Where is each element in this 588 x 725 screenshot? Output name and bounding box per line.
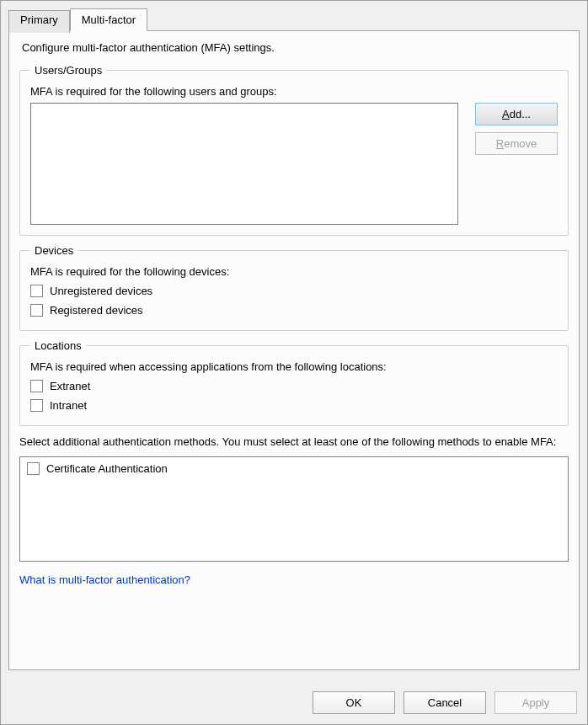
label-registered-devices[interactable]: Registered devices (50, 304, 143, 317)
label-unregistered-devices[interactable]: Unregistered devices (50, 285, 152, 297)
tab-primary[interactable]: Primary (8, 10, 70, 33)
checkbox-extranet[interactable] (30, 380, 43, 392)
fieldset-locations: Locations MFA is required when accessing… (19, 339, 569, 426)
row-unregistered-devices: Unregistered devices (30, 285, 558, 297)
dialog-content: Primary Multi-factor Configure multi-fac… (1, 1, 587, 680)
users-groups-buttons: Add... Remove (475, 103, 558, 155)
legend-locations: Locations (30, 339, 86, 352)
label-intranet[interactable]: Intranet (50, 399, 87, 412)
legend-devices: Devices (30, 244, 78, 257)
what-is-mfa-link[interactable]: What is multi-factor authentication? (19, 573, 190, 586)
label-methods: Select additional authentication methods… (19, 434, 569, 450)
row-certificate-auth: Certificate Authentication (27, 462, 561, 475)
checkbox-registered-devices[interactable] (30, 304, 43, 317)
methods-listbox[interactable]: Certificate Authentication (19, 456, 569, 562)
users-groups-listbox[interactable] (30, 103, 458, 225)
tab-panel-multifactor: Configure multi-factor authentication (M… (8, 30, 580, 670)
fieldset-devices: Devices MFA is required for the followin… (19, 244, 569, 331)
remove-button[interactable]: Remove (475, 132, 558, 155)
row-registered-devices: Registered devices (30, 304, 558, 317)
mfa-description: Configure multi-factor authentication (M… (22, 41, 569, 54)
label-certificate-auth[interactable]: Certificate Authentication (46, 462, 168, 475)
cancel-button[interactable]: Cancel (404, 691, 486, 714)
checkbox-unregistered-devices[interactable] (30, 285, 43, 297)
row-intranet: Intranet (30, 399, 558, 412)
label-extranet[interactable]: Extranet (50, 380, 90, 392)
ok-button[interactable]: OK (313, 691, 395, 714)
apply-button[interactable]: Apply (494, 691, 577, 714)
label-devices: MFA is required for the following device… (30, 265, 558, 278)
tab-row: Primary Multi-factor (8, 8, 580, 31)
fieldset-users-groups: Users/Groups MFA is required for the fol… (19, 64, 569, 236)
legend-users-groups: Users/Groups (30, 64, 106, 77)
row-extranet: Extranet (30, 380, 558, 392)
checkbox-intranet[interactable] (30, 399, 43, 412)
label-locations: MFA is required when accessing applicati… (30, 360, 558, 373)
tab-multifactor[interactable]: Multi-factor (70, 8, 147, 31)
users-groups-row: Add... Remove (30, 103, 558, 225)
dialog-actions: OK Cancel Apply (313, 691, 577, 714)
checkbox-certificate-auth[interactable] (27, 462, 40, 475)
label-users-groups: MFA is required for the following users … (30, 85, 558, 98)
add-button[interactable]: Add... (475, 103, 558, 125)
